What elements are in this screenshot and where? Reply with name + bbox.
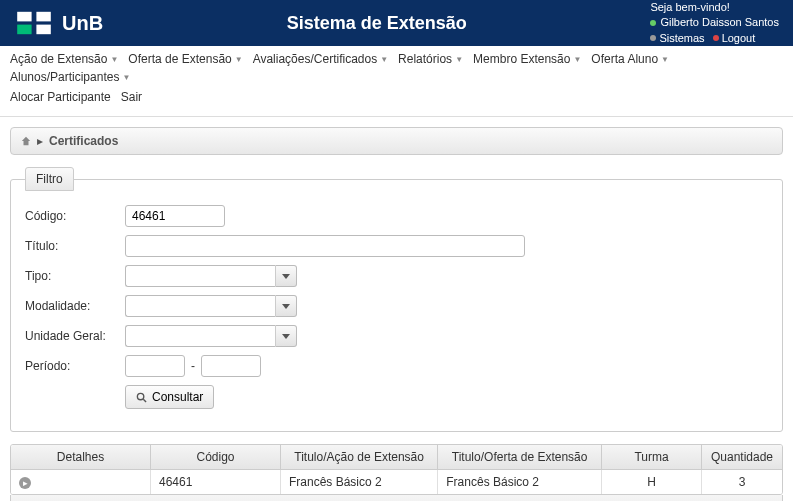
cell-titulo-oferta: Francês Básico 2 — [438, 470, 602, 494]
input-tipo[interactable] — [125, 265, 275, 287]
table-header-row: Detalhes Código Titulo/Ação de Extensão … — [11, 445, 782, 470]
svg-rect-1 — [17, 12, 31, 22]
input-periodo-fim[interactable] — [201, 355, 261, 377]
cell-titulo-acao: Francês Básico 2 — [281, 470, 438, 494]
menu-sair[interactable]: Sair — [121, 90, 142, 104]
menu-oferta-aluno[interactable]: Oferta Aluno▼ — [591, 52, 669, 66]
col-turma[interactable]: Turma — [602, 445, 702, 470]
welcome-text: Seja bem-vindo! — [650, 0, 779, 15]
unb-logo-icon — [14, 8, 54, 38]
periodo-separator: - — [191, 359, 195, 373]
menu-oferta-extensao[interactable]: Oferta de Extensão▼ — [128, 52, 242, 66]
chevron-down-icon: ▼ — [661, 55, 669, 64]
chevron-down-icon: ▼ — [235, 55, 243, 64]
svg-line-6 — [143, 399, 146, 402]
col-codigo[interactable]: Código — [151, 445, 281, 470]
dropdown-unidade-button[interactable] — [275, 325, 297, 347]
brand-text: UnB — [62, 12, 103, 35]
breadcrumb-current: Certificados — [49, 134, 118, 148]
menu-acao-extensao[interactable]: Ação de Extensão▼ — [10, 52, 118, 66]
col-detalhes[interactable]: Detalhes — [11, 445, 151, 470]
cell-codigo: 46461 — [151, 470, 281, 494]
cell-quantidade: 3 — [702, 470, 782, 494]
app-header: UnB Sistema de Extensão Seja bem-vindo! … — [0, 0, 793, 46]
col-quantidade[interactable]: Quantidade — [702, 445, 782, 470]
sistemas-link[interactable]: Sistemas — [650, 31, 704, 46]
logout-link[interactable]: Logout — [713, 31, 756, 46]
brand: UnB — [14, 8, 103, 38]
chevron-down-icon — [282, 274, 290, 279]
user-box: Seja bem-vindo! Gilberto Daisson Santos … — [650, 0, 779, 46]
label-modalidade: Modalidade: — [25, 299, 125, 313]
input-unidade[interactable] — [125, 325, 275, 347]
user-status-icon — [650, 20, 656, 26]
chevron-down-icon: ▼ — [380, 55, 388, 64]
svg-rect-2 — [36, 12, 50, 22]
table-row: ▸46461Francês Básico 2Francês Básico 2H3 — [11, 470, 782, 494]
svg-rect-3 — [17, 25, 31, 35]
search-icon — [136, 392, 147, 403]
chevron-down-icon — [282, 334, 290, 339]
home-icon[interactable] — [21, 136, 31, 146]
paginator: I◄ ◄◄ 1 ►► ►I — [10, 495, 783, 501]
label-tipo: Tipo: — [25, 269, 125, 283]
label-unidade: Unidade Geral: — [25, 329, 125, 343]
dropdown-modalidade-button[interactable] — [275, 295, 297, 317]
svg-rect-4 — [36, 25, 50, 35]
menu-relatorios[interactable]: Relatórios▼ — [398, 52, 463, 66]
menubar: Ação de Extensão▼ Oferta de Extensão▼ Av… — [0, 46, 793, 117]
menu-alocar-participante[interactable]: Alocar Participante — [10, 90, 111, 104]
filter-panel: Filtro Código: Título: Tipo: Modalidade:… — [10, 167, 783, 432]
input-modalidade[interactable] — [125, 295, 275, 317]
col-titulo-acao[interactable]: Titulo/Ação de Extensão — [281, 445, 438, 470]
logout-icon — [713, 35, 719, 41]
cell-turma: H — [602, 470, 702, 494]
sistemas-icon — [650, 35, 656, 41]
label-codigo: Código: — [25, 209, 125, 223]
chevron-down-icon: ▼ — [455, 55, 463, 64]
results-table: Detalhes Código Titulo/Ação de Extensão … — [10, 444, 783, 495]
breadcrumb: ▸ Certificados — [10, 127, 783, 155]
svg-point-5 — [137, 393, 143, 399]
menu-alunos-participantes[interactable]: Alunos/Participantes▼ — [10, 70, 130, 84]
input-titulo[interactable] — [125, 235, 525, 257]
input-codigo[interactable] — [125, 205, 225, 227]
chevron-down-icon — [282, 304, 290, 309]
menu-membro-extensao[interactable]: Membro Extensão▼ — [473, 52, 581, 66]
chevron-down-icon: ▼ — [573, 55, 581, 64]
expand-row-icon[interactable]: ▸ — [19, 477, 31, 489]
consultar-button[interactable]: Consultar — [125, 385, 214, 409]
app-title: Sistema de Extensão — [103, 13, 650, 34]
user-name: Gilberto Daisson Santos — [660, 15, 779, 30]
input-periodo-inicio[interactable] — [125, 355, 185, 377]
dropdown-tipo-button[interactable] — [275, 265, 297, 287]
label-titulo: Título: — [25, 239, 125, 253]
menu-avaliacoes-certificados[interactable]: Avaliações/Certificados▼ — [253, 52, 388, 66]
label-periodo: Período: — [25, 359, 125, 373]
chevron-down-icon: ▼ — [110, 55, 118, 64]
col-titulo-oferta[interactable]: Titulo/Oferta de Extensão — [438, 445, 602, 470]
breadcrumb-separator: ▸ — [37, 134, 43, 148]
filter-legend: Filtro — [25, 167, 74, 191]
chevron-down-icon: ▼ — [122, 73, 130, 82]
